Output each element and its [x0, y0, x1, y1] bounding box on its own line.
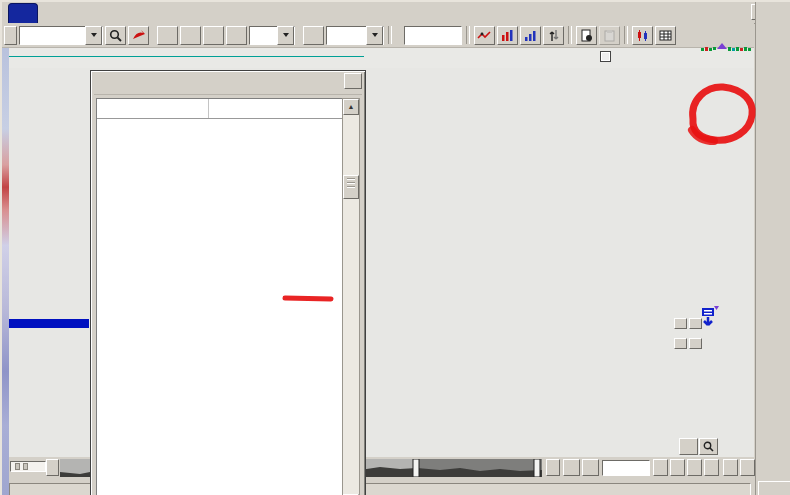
- grid-icon: [659, 29, 672, 42]
- magnifier-icon: [703, 441, 714, 452]
- tick-button[interactable]: [303, 26, 324, 45]
- sort-button[interactable]: [543, 26, 564, 45]
- price-levels-toggle[interactable]: [600, 51, 611, 62]
- zoom-out-button: [704, 459, 719, 476]
- chevron-down-icon[interactable]: [366, 26, 383, 45]
- dialog-scrollbar[interactable]: ▲ ▼: [342, 98, 360, 495]
- new-document-button[interactable]: [576, 26, 597, 45]
- pane-controls: [674, 338, 702, 349]
- document-icon: [580, 29, 593, 42]
- zigzag-icon: [477, 29, 492, 42]
- fast-forward-button[interactable]: [582, 459, 599, 476]
- mini-overview-sparkline: [700, 42, 754, 55]
- grid-toggle-button: [723, 459, 738, 476]
- scroll-left-button[interactable]: [46, 459, 59, 476]
- scroll-thumb[interactable]: [343, 175, 359, 199]
- data-view-dialog: ▲ ▼: [90, 70, 366, 495]
- zoom-in-button[interactable]: [687, 459, 702, 476]
- drawing-toolbar: [755, 2, 790, 495]
- fast-back-button[interactable]: [563, 459, 580, 476]
- count-input[interactable]: [404, 26, 462, 45]
- collapse-button[interactable]: [670, 459, 685, 476]
- blue-bars-icon: [524, 29, 538, 42]
- table-view-button[interactable]: [655, 26, 676, 45]
- tick-combo[interactable]: [326, 26, 384, 45]
- window-title-tab[interactable]: [8, 3, 38, 24]
- expand-button[interactable]: [653, 459, 668, 476]
- pane-minimize-button[interactable]: [674, 338, 687, 349]
- h-scroll-slider[interactable]: [10, 461, 46, 472]
- bigline-bar-left: [2, 319, 89, 328]
- dialog-close-button[interactable]: [344, 73, 362, 89]
- period-day-button[interactable]: [157, 26, 178, 45]
- red-bars-icon: [501, 29, 515, 42]
- strategy-arrow-button[interactable]: [128, 26, 149, 45]
- app-window: ▲ ▼: [0, 0, 790, 495]
- annotate-button[interactable]: [679, 438, 698, 455]
- axis-marker-icon: [700, 305, 720, 335]
- trendline-tool-button[interactable]: [474, 26, 495, 45]
- close-pane-button[interactable]: [740, 459, 755, 476]
- period-month-button[interactable]: [203, 26, 224, 45]
- title-bar: [2, 2, 790, 24]
- table-header: [97, 99, 343, 119]
- copy-button[interactable]: [599, 26, 620, 45]
- search-button[interactable]: [105, 26, 126, 45]
- red-arrow-icon: [131, 29, 146, 42]
- pane-controls: [674, 318, 702, 329]
- column-header-value: [209, 99, 343, 118]
- symbol-combo[interactable]: [19, 26, 103, 45]
- chevron-down-icon[interactable]: [277, 26, 294, 45]
- chevron-down-icon[interactable]: [85, 26, 102, 45]
- navigator-handle-right[interactable]: [534, 459, 540, 477]
- blue-histogram-button[interactable]: [520, 26, 541, 45]
- sidebar-footer: [758, 481, 790, 495]
- up-down-arrows-icon: [548, 29, 560, 42]
- red-histogram-button[interactable]: [497, 26, 518, 45]
- clipboard-icon: [603, 29, 616, 42]
- minute-combo[interactable]: [249, 26, 295, 45]
- pane-close-button[interactable]: [689, 338, 702, 349]
- candle-chart-icon: [636, 29, 649, 42]
- chart-style-button[interactable]: [632, 26, 653, 45]
- play-button[interactable]: [546, 459, 560, 476]
- navigator-handle-left[interactable]: [413, 459, 419, 477]
- bars-count-input[interactable]: [602, 460, 650, 476]
- dialog-title-bar[interactable]: [94, 74, 362, 95]
- zoom-button[interactable]: [699, 438, 718, 455]
- back-button[interactable]: [4, 26, 17, 45]
- column-header-item: [97, 99, 209, 118]
- scroll-up-icon[interactable]: ▲: [343, 99, 359, 115]
- chart-toolbar: [2, 23, 754, 48]
- search-icon: [109, 29, 122, 42]
- pane-minimize-button[interactable]: [674, 318, 687, 329]
- info-divider: [2, 56, 364, 57]
- period-minute-button[interactable]: [226, 26, 247, 45]
- data-table: [96, 98, 344, 495]
- symbol-info-row: [2, 48, 754, 68]
- left-edge-strip: [2, 48, 9, 495]
- period-week-button[interactable]: [180, 26, 201, 45]
